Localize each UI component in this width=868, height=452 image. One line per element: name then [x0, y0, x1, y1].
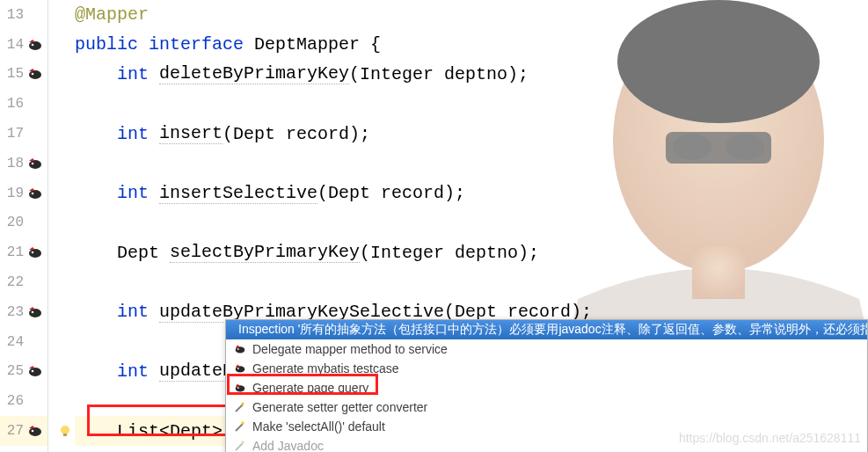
svg-point-27	[237, 348, 239, 350]
method-name: insert	[159, 123, 222, 144]
svg-point-17	[32, 311, 34, 314]
line-number: 13	[6, 7, 24, 23]
line-number: 18	[6, 156, 24, 171]
mybatis-bird-icon[interactable]	[27, 304, 43, 320]
method-name: selectByPrimaryKey	[170, 242, 360, 263]
popup-item-label: Generate page query	[252, 381, 368, 395]
method-name: insertSelective	[159, 183, 317, 204]
svg-point-22	[61, 426, 69, 434]
generic-type: <Dept>	[159, 421, 233, 441]
annotation: @Mapper	[75, 4, 149, 25]
popup-item-label: Generate mybatis testcase	[252, 361, 399, 375]
method-params: (Integer deptno);	[349, 64, 529, 84]
class-name: DeptMapper {	[254, 34, 381, 55]
keyword-int: int	[117, 302, 159, 322]
line-number: 26	[6, 393, 24, 409]
popup-item-page-query[interactable]: Generate page query	[226, 378, 867, 397]
line-number: 17	[6, 126, 24, 142]
mybatis-bird-icon	[233, 361, 247, 375]
line-number: 23	[6, 304, 24, 320]
popup-item-testcase[interactable]: Generate mybatis testcase	[226, 359, 867, 378]
line-number: 19	[6, 186, 24, 201]
mybatis-bird-icon[interactable]	[27, 363, 43, 379]
line-number: 21	[6, 244, 24, 260]
svg-point-11	[32, 163, 34, 165]
gutter: 13 14 15 16 17 18 19 20 21 22 23 24 25 2…	[0, 0, 48, 452]
svg-line-32	[236, 405, 243, 412]
mybatis-bird-icon[interactable]	[27, 244, 43, 260]
svg-point-7	[32, 43, 34, 46]
method-params: (Dept record);	[222, 124, 370, 144]
svg-point-8	[29, 70, 41, 79]
svg-point-29	[237, 368, 239, 369]
line-number: 22	[6, 274, 24, 290]
keyword-int: int	[117, 361, 159, 382]
wand-icon	[233, 419, 247, 434]
popup-item-label: Generate setter getter converter	[252, 400, 427, 414]
svg-point-6	[29, 41, 41, 50]
keyword-public: public	[75, 34, 149, 55]
svg-point-26	[236, 346, 245, 353]
svg-point-30	[236, 385, 245, 391]
popup-header-text: Inspection '所有的抽象方法（包括接口中的方法）必须要用javadoc…	[238, 322, 867, 338]
line-number: 25	[6, 363, 24, 379]
method-params: (Dept record);	[317, 183, 465, 203]
line-number: 14	[6, 37, 24, 53]
svg-point-28	[236, 366, 245, 372]
intention-popup: Inspection '所有的抽象方法（包括接口中的方法）必须要用javadoc…	[225, 319, 868, 452]
mybatis-bird-icon[interactable]	[27, 156, 43, 171]
line-number: 16	[6, 96, 24, 112]
popup-header[interactable]: Inspection '所有的抽象方法（包括接口中的方法）必须要用javadoc…	[226, 320, 867, 339]
wand-icon	[233, 400, 247, 414]
popup-item-label: Make 'selectAll()' default	[252, 419, 385, 434]
return-type: Dept	[117, 243, 170, 263]
svg-point-9	[32, 73, 34, 76]
svg-rect-23	[63, 434, 67, 436]
popup-item-make-default[interactable]: Make 'selectAll()' default	[226, 417, 867, 436]
svg-line-34	[236, 443, 243, 450]
mybatis-bird-icon	[233, 381, 247, 395]
keyword-int: int	[117, 64, 159, 84]
keyword-int: int	[117, 183, 159, 203]
svg-point-14	[29, 249, 41, 258]
svg-point-10	[29, 160, 41, 169]
method-name: deleteByPrimaryKey	[159, 63, 349, 84]
svg-point-16	[29, 309, 41, 317]
line-number: 15	[6, 66, 24, 82]
svg-point-18	[29, 368, 41, 376]
svg-point-20	[29, 427, 41, 436]
popup-item-add-javadoc[interactable]: Add Javadoc	[226, 436, 867, 452]
popup-item-label: Add Javadoc	[252, 439, 324, 452]
intention-bulb-icon[interactable]	[57, 423, 73, 439]
method-params: (Integer deptno);	[360, 243, 539, 263]
keyword-int: int	[117, 124, 159, 144]
popup-item-delegate[interactable]: Delegate mapper method to service	[226, 339, 867, 359]
svg-point-21	[32, 430, 34, 433]
svg-line-33	[236, 424, 243, 431]
mybatis-bird-icon[interactable]	[27, 37, 43, 53]
mybatis-bird-icon[interactable]	[27, 423, 43, 439]
popup-item-label: Delegate mapper method to service	[252, 342, 448, 356]
mybatis-bird-icon[interactable]	[27, 186, 43, 201]
mybatis-bird-icon[interactable]	[27, 66, 43, 82]
svg-point-31	[237, 387, 239, 389]
svg-point-12	[29, 190, 41, 199]
svg-point-15	[32, 252, 34, 254]
svg-point-13	[32, 192, 34, 194]
popup-item-setter-getter[interactable]: Generate setter getter converter	[226, 397, 867, 417]
type-list: List	[117, 421, 159, 441]
svg-point-19	[32, 370, 34, 373]
line-number: 20	[6, 215, 24, 230]
wand-icon	[233, 439, 247, 452]
mybatis-bird-icon	[233, 342, 247, 356]
line-number: 24	[6, 334, 24, 350]
line-number: 27	[6, 423, 24, 439]
keyword-interface: interface	[149, 34, 254, 55]
